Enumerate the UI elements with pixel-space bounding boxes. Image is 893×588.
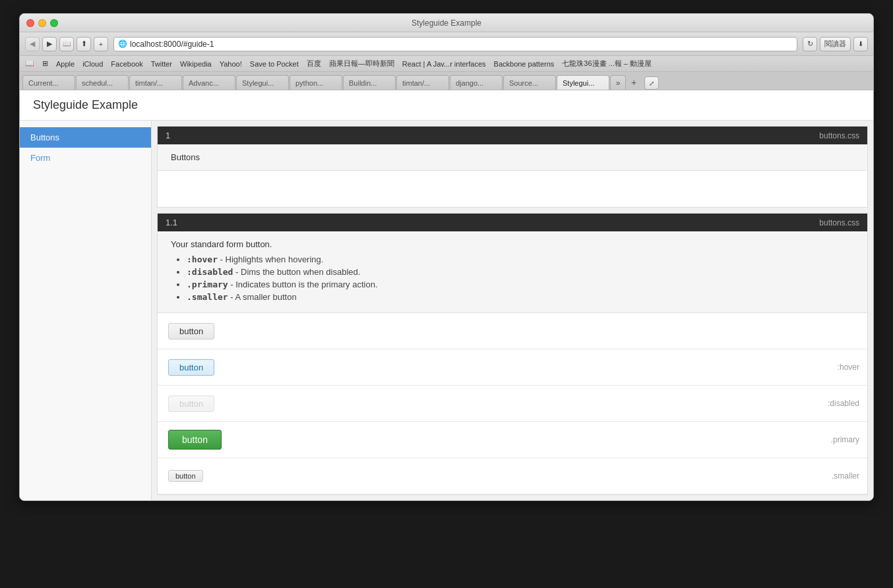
tab-schedule[interactable]: schedul... [76,75,129,90]
tab-resize-button[interactable]: ⤢ [644,76,659,90]
sidebar-item-buttons-label: Buttons [30,132,59,142]
refresh-button[interactable]: ↻ [803,37,817,51]
tab-building[interactable]: Buildin... [343,75,396,90]
bookmark-item-grid[interactable]: ⊞ [42,59,48,68]
downloads-button[interactable]: ⬇ [853,37,868,51]
section-1-block: 1 buttons.css Buttons [157,126,868,208]
browser-window: Styleguide Example ◀ ▶ 📖 ⬆ + 🌐 localhost… [19,13,874,501]
desc-hover-code: :hover [187,254,218,264]
bookmark-yahoo[interactable]: Yahoo! [220,60,242,68]
section-1-demo [158,171,867,207]
bookmark-twitter[interactable]: Twitter [151,60,172,68]
tab-python[interactable]: python... [290,75,342,90]
demo-smaller-row: button .smaller [158,458,867,494]
tab-source[interactable]: Source... [503,75,556,90]
page-header: Styleguide Example [20,90,873,121]
desc-disabled-text: - Dims the button when disabled. [235,267,360,277]
desc-hover-item: :hover - Highlights when hovering. [187,254,854,264]
page-title: Styleguide Example [33,98,860,112]
bookmark-apple-daily[interactable]: 蘋果日報—即時新聞 [329,59,394,69]
bookmark-pocket[interactable]: Save to Pocket [250,60,299,68]
desc-smaller-item: .smaller - A smaller button [187,292,854,302]
bookmarks-bar: 📖 ⊞ Apple iCloud Facebook Twitter Wikipe… [20,56,873,72]
demo-primary-row: button .primary [158,422,867,458]
demo-hover-label: :hover [838,363,859,372]
section-1-1-desc: Your standard form button. :hover - High… [158,231,867,313]
minimize-button[interactable] [38,19,46,27]
tabs-overflow-button[interactable]: » [610,75,626,90]
tab-styleguide1[interactable]: Stylegui... [236,75,289,90]
tab-django[interactable]: django... [450,75,503,90]
forward-button[interactable]: ▶ [42,37,57,51]
share-button[interactable]: ⬆ [77,37,91,51]
bookmark-baidu[interactable]: 百度 [307,59,321,69]
layout: Buttons Form 1 buttons.css Buttons [20,121,873,500]
tab-styleguide2[interactable]: Stylegui... [557,75,609,90]
address-bar[interactable]: 🌐 localhost:8000/#guide-1 [113,37,797,51]
demo-default-button[interactable]: button [168,323,214,339]
globe-icon: 🌐 [118,40,127,48]
demo-hover-row: button :hover [158,349,867,386]
bookmark-backbone[interactable]: Backbone patterns [494,60,555,68]
demo-primary-label: .primary [831,435,859,444]
desc-disabled-code: :disabled [187,267,233,277]
tab-building-label: Buildin... [349,79,377,87]
demo-default-row: button [158,313,867,349]
close-button[interactable] [26,19,34,27]
section-1-header: 1 buttons.css [158,127,867,144]
sidebar-item-form-label: Form [30,153,50,163]
bookmark-react[interactable]: React | A Jav...r interfaces [402,60,486,68]
tab-timtan2-label: timtan/... [402,79,430,87]
tabs-bar: Current... schedul... timtan/... Advanc.… [20,72,873,90]
section-1-1-file: buttons.css [819,218,859,227]
url-text: localhost:8000/#guide-1 [130,40,214,49]
desc-primary-text: - Indicates button is the primary action… [230,279,377,289]
main-content: 1 buttons.css Buttons 1.1 buttons.css [152,121,873,500]
new-tab-button[interactable]: + [627,75,641,90]
tab-current[interactable]: Current... [22,75,75,90]
maximize-button[interactable] [50,19,58,27]
demo-disabled-row: button :disabled [158,386,867,422]
bookmark-facebook[interactable]: Facebook [111,60,142,68]
tab-timtan1[interactable]: timtan/... [129,75,182,90]
section-1-heading: Buttons [171,152,200,162]
bookmark-item-reading-list[interactable]: 📖 [25,59,34,68]
reader-button[interactable]: 閱讀器 [820,37,851,51]
demo-primary-button[interactable]: button [168,430,222,450]
section-1-desc: Buttons [158,144,867,171]
tab-styleguide2-label: Stylegui... [563,79,594,87]
desc-smaller-text: - A smaller button [230,292,296,302]
bookmark-icloud[interactable]: iCloud [82,60,103,68]
section-1-1-block: 1.1 buttons.css Your standard form butto… [157,213,868,495]
page-content: Styleguide Example Buttons Form 1 but [20,90,873,500]
sidebar-item-form[interactable]: Form [20,148,151,168]
bookmark-wikipedia[interactable]: Wikipedia [180,60,212,68]
reader-mode-button[interactable]: 📖 [59,37,74,51]
demo-disabled-button: button [168,396,214,412]
traffic-lights [26,19,58,27]
sidebar: Buttons Form [20,121,152,500]
desc-primary-item: .primary - Indicates button is the prima… [187,279,854,289]
section-1-file: buttons.css [819,131,859,140]
bookmark-apple[interactable]: Apple [56,60,75,68]
add-bookmark-button[interactable]: + [94,37,108,51]
section-1-1-number: 1.1 [166,218,177,227]
section-1-number: 1 [166,131,170,140]
demo-smaller-button[interactable]: button [168,470,203,482]
tab-timtan2[interactable]: timtan/... [396,75,449,90]
desc-hover-text: - Highlights when hovering. [220,254,324,264]
tab-timtan1-label: timtan/... [135,79,163,87]
demo-hover-button[interactable]: button [168,359,214,376]
desc-smaller-code: .smaller [187,292,228,302]
desc-disabled-item: :disabled - Dims the button when disable… [187,267,854,277]
tab-current-label: Current... [28,79,59,87]
tab-django-label: django... [456,79,483,87]
tab-advanced[interactable]: Advanc... [183,75,235,90]
tab-styleguide1-label: Stylegui... [242,79,274,87]
back-button[interactable]: ◀ [25,37,40,51]
tab-advanced-label: Advanc... [189,79,219,87]
bookmark-dragonball[interactable]: 七龍珠36漫畫 ...報 – 動漫屋 [562,59,652,69]
title-bar: Styleguide Example [20,14,873,32]
sidebar-item-buttons[interactable]: Buttons [20,127,151,148]
desc-primary-code: .primary [187,279,228,289]
